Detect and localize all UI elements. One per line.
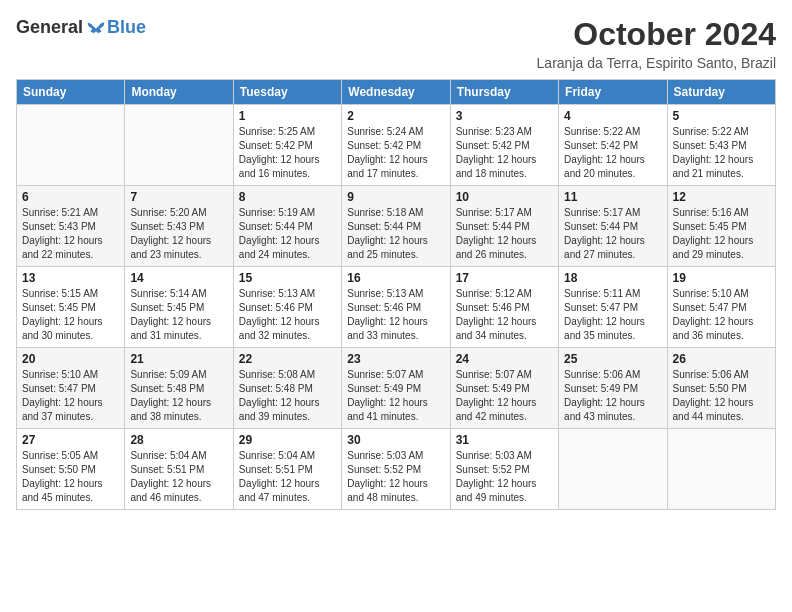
calendar-cell: 27Sunrise: 5:05 AMSunset: 5:50 PMDayligh…	[17, 429, 125, 510]
calendar-cell: 13Sunrise: 5:15 AMSunset: 5:45 PMDayligh…	[17, 267, 125, 348]
calendar-cell	[17, 105, 125, 186]
calendar-cell: 7Sunrise: 5:20 AMSunset: 5:43 PMDaylight…	[125, 186, 233, 267]
month-title: October 2024	[537, 16, 776, 53]
day-number: 15	[239, 271, 336, 285]
calendar-cell: 16Sunrise: 5:13 AMSunset: 5:46 PMDayligh…	[342, 267, 450, 348]
day-info: Sunrise: 5:07 AMSunset: 5:49 PMDaylight:…	[456, 368, 553, 424]
weekday-header-monday: Monday	[125, 80, 233, 105]
calendar-cell: 17Sunrise: 5:12 AMSunset: 5:46 PMDayligh…	[450, 267, 558, 348]
day-info: Sunrise: 5:22 AMSunset: 5:43 PMDaylight:…	[673, 125, 770, 181]
day-info: Sunrise: 5:13 AMSunset: 5:46 PMDaylight:…	[347, 287, 444, 343]
calendar-cell: 15Sunrise: 5:13 AMSunset: 5:46 PMDayligh…	[233, 267, 341, 348]
calendar-cell: 5Sunrise: 5:22 AMSunset: 5:43 PMDaylight…	[667, 105, 775, 186]
day-info: Sunrise: 5:14 AMSunset: 5:45 PMDaylight:…	[130, 287, 227, 343]
calendar-cell: 3Sunrise: 5:23 AMSunset: 5:42 PMDaylight…	[450, 105, 558, 186]
calendar-cell	[667, 429, 775, 510]
day-info: Sunrise: 5:10 AMSunset: 5:47 PMDaylight:…	[22, 368, 119, 424]
calendar-week-2: 6Sunrise: 5:21 AMSunset: 5:43 PMDaylight…	[17, 186, 776, 267]
calendar-week-3: 13Sunrise: 5:15 AMSunset: 5:45 PMDayligh…	[17, 267, 776, 348]
day-number: 16	[347, 271, 444, 285]
day-info: Sunrise: 5:13 AMSunset: 5:46 PMDaylight:…	[239, 287, 336, 343]
day-info: Sunrise: 5:11 AMSunset: 5:47 PMDaylight:…	[564, 287, 661, 343]
day-info: Sunrise: 5:06 AMSunset: 5:50 PMDaylight:…	[673, 368, 770, 424]
day-number: 10	[456, 190, 553, 204]
weekday-header-friday: Friday	[559, 80, 667, 105]
logo-bird-icon	[85, 16, 107, 38]
day-info: Sunrise: 5:22 AMSunset: 5:42 PMDaylight:…	[564, 125, 661, 181]
day-info: Sunrise: 5:17 AMSunset: 5:44 PMDaylight:…	[456, 206, 553, 262]
calendar-cell: 21Sunrise: 5:09 AMSunset: 5:48 PMDayligh…	[125, 348, 233, 429]
day-number: 24	[456, 352, 553, 366]
calendar-cell: 12Sunrise: 5:16 AMSunset: 5:45 PMDayligh…	[667, 186, 775, 267]
calendar-cell: 2Sunrise: 5:24 AMSunset: 5:42 PMDaylight…	[342, 105, 450, 186]
calendar-cell	[559, 429, 667, 510]
calendar-cell: 8Sunrise: 5:19 AMSunset: 5:44 PMDaylight…	[233, 186, 341, 267]
day-info: Sunrise: 5:04 AMSunset: 5:51 PMDaylight:…	[130, 449, 227, 505]
weekday-header-wednesday: Wednesday	[342, 80, 450, 105]
day-number: 12	[673, 190, 770, 204]
day-number: 27	[22, 433, 119, 447]
calendar-cell: 30Sunrise: 5:03 AMSunset: 5:52 PMDayligh…	[342, 429, 450, 510]
calendar-cell: 18Sunrise: 5:11 AMSunset: 5:47 PMDayligh…	[559, 267, 667, 348]
title-area: October 2024 Laranja da Terra, Espirito …	[537, 16, 776, 71]
day-number: 29	[239, 433, 336, 447]
day-number: 1	[239, 109, 336, 123]
day-number: 31	[456, 433, 553, 447]
day-info: Sunrise: 5:12 AMSunset: 5:46 PMDaylight:…	[456, 287, 553, 343]
location: Laranja da Terra, Espirito Santo, Brazil	[537, 55, 776, 71]
calendar-header-row: SundayMondayTuesdayWednesdayThursdayFrid…	[17, 80, 776, 105]
calendar-cell: 28Sunrise: 5:04 AMSunset: 5:51 PMDayligh…	[125, 429, 233, 510]
calendar-cell: 24Sunrise: 5:07 AMSunset: 5:49 PMDayligh…	[450, 348, 558, 429]
calendar-cell: 14Sunrise: 5:14 AMSunset: 5:45 PMDayligh…	[125, 267, 233, 348]
weekday-header-saturday: Saturday	[667, 80, 775, 105]
weekday-header-sunday: Sunday	[17, 80, 125, 105]
day-number: 4	[564, 109, 661, 123]
calendar-cell: 9Sunrise: 5:18 AMSunset: 5:44 PMDaylight…	[342, 186, 450, 267]
day-info: Sunrise: 5:25 AMSunset: 5:42 PMDaylight:…	[239, 125, 336, 181]
calendar-week-5: 27Sunrise: 5:05 AMSunset: 5:50 PMDayligh…	[17, 429, 776, 510]
day-number: 18	[564, 271, 661, 285]
calendar-cell: 25Sunrise: 5:06 AMSunset: 5:49 PMDayligh…	[559, 348, 667, 429]
calendar-cell: 10Sunrise: 5:17 AMSunset: 5:44 PMDayligh…	[450, 186, 558, 267]
day-info: Sunrise: 5:19 AMSunset: 5:44 PMDaylight:…	[239, 206, 336, 262]
day-number: 6	[22, 190, 119, 204]
calendar-cell: 1Sunrise: 5:25 AMSunset: 5:42 PMDaylight…	[233, 105, 341, 186]
day-number: 7	[130, 190, 227, 204]
day-number: 17	[456, 271, 553, 285]
logo: General Blue	[16, 16, 146, 38]
day-number: 19	[673, 271, 770, 285]
day-number: 23	[347, 352, 444, 366]
calendar-table: SundayMondayTuesdayWednesdayThursdayFrid…	[16, 79, 776, 510]
day-info: Sunrise: 5:20 AMSunset: 5:43 PMDaylight:…	[130, 206, 227, 262]
calendar-cell: 11Sunrise: 5:17 AMSunset: 5:44 PMDayligh…	[559, 186, 667, 267]
day-info: Sunrise: 5:07 AMSunset: 5:49 PMDaylight:…	[347, 368, 444, 424]
day-info: Sunrise: 5:08 AMSunset: 5:48 PMDaylight:…	[239, 368, 336, 424]
calendar-cell: 23Sunrise: 5:07 AMSunset: 5:49 PMDayligh…	[342, 348, 450, 429]
day-number: 25	[564, 352, 661, 366]
calendar-cell: 26Sunrise: 5:06 AMSunset: 5:50 PMDayligh…	[667, 348, 775, 429]
day-info: Sunrise: 5:09 AMSunset: 5:48 PMDaylight:…	[130, 368, 227, 424]
day-number: 30	[347, 433, 444, 447]
day-info: Sunrise: 5:24 AMSunset: 5:42 PMDaylight:…	[347, 125, 444, 181]
day-number: 11	[564, 190, 661, 204]
day-info: Sunrise: 5:18 AMSunset: 5:44 PMDaylight:…	[347, 206, 444, 262]
logo-general: General	[16, 17, 83, 38]
weekday-header-thursday: Thursday	[450, 80, 558, 105]
day-info: Sunrise: 5:10 AMSunset: 5:47 PMDaylight:…	[673, 287, 770, 343]
day-info: Sunrise: 5:16 AMSunset: 5:45 PMDaylight:…	[673, 206, 770, 262]
calendar-cell: 4Sunrise: 5:22 AMSunset: 5:42 PMDaylight…	[559, 105, 667, 186]
page-header: General Blue October 2024 Laranja da Ter…	[16, 16, 776, 71]
day-number: 9	[347, 190, 444, 204]
day-number: 20	[22, 352, 119, 366]
day-info: Sunrise: 5:21 AMSunset: 5:43 PMDaylight:…	[22, 206, 119, 262]
calendar-cell: 31Sunrise: 5:03 AMSunset: 5:52 PMDayligh…	[450, 429, 558, 510]
day-info: Sunrise: 5:15 AMSunset: 5:45 PMDaylight:…	[22, 287, 119, 343]
day-number: 5	[673, 109, 770, 123]
calendar-week-1: 1Sunrise: 5:25 AMSunset: 5:42 PMDaylight…	[17, 105, 776, 186]
day-number: 21	[130, 352, 227, 366]
day-number: 13	[22, 271, 119, 285]
day-number: 28	[130, 433, 227, 447]
day-info: Sunrise: 5:03 AMSunset: 5:52 PMDaylight:…	[456, 449, 553, 505]
day-info: Sunrise: 5:05 AMSunset: 5:50 PMDaylight:…	[22, 449, 119, 505]
day-number: 22	[239, 352, 336, 366]
